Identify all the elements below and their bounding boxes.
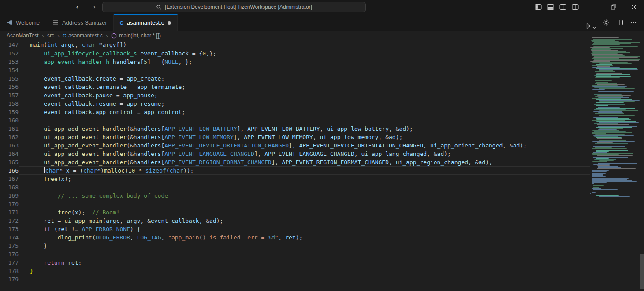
line-number[interactable]: 178 [0,267,19,275]
restore-button[interactable] [603,0,624,14]
code-token [30,50,44,57]
command-center-search[interactable]: [Extension Development Host] TizenWorksp… [102,2,366,12]
customize-layout-icon[interactable] [572,0,579,14]
line-content: event_callback.create = app_create; [19,74,590,83]
line-number[interactable]: 161 [0,125,19,133]
line-number[interactable]: 169 [0,192,19,200]
code-line[interactable]: 170 [0,200,590,208]
code-line[interactable]: 175 } [0,242,590,250]
code-token: = [54,217,64,224]
code-line[interactable]: 164 ui_app_add_event_handler(&handlers[A… [0,150,590,158]
code-line[interactable]: 165 ui_app_add_event_handler(&handlers[A… [0,158,590,166]
code-line[interactable]: 152 ui_app_lifecycle_callback_s event_ca… [0,49,590,58]
line-number[interactable]: 157 [0,91,19,99]
more-actions-icon[interactable] [630,15,637,29]
line-number[interactable]: 162 [0,133,19,141]
breadcrumb-item-file[interactable]: C asanmantest.c [63,33,103,39]
code-line[interactable]: 178} [0,267,590,275]
line-number[interactable]: 175 [0,242,19,250]
code-line[interactable]: 157 event_callback.pause = app_pause; [0,91,590,99]
forward-button[interactable]: → [89,3,98,11]
line-number[interactable]: 176 [0,250,19,258]
line-number[interactable]: 177 [0,258,19,267]
code-line[interactable]: 166 char* x = (char*)malloc(10 * sizeof(… [0,166,590,175]
line-number[interactable]: 168 [0,183,19,192]
minimize-button[interactable] [583,0,603,14]
tab-asanmantest-c[interactable]: C asanmantest.c [114,14,178,31]
code-line[interactable]: 177 return ret; [0,258,590,267]
close-button[interactable] [624,0,644,14]
modified-dot-icon[interactable] [168,21,171,25]
line-number[interactable]: 173 [0,225,19,233]
line-number[interactable]: 171 [0,208,19,217]
code-line[interactable]: 168 [0,183,590,192]
line-number[interactable]: 179 [0,275,19,284]
tab-address-sanitizer[interactable]: Address Sanitizer [46,14,114,31]
code-line[interactable]: 162 ui_app_add_event_handler(&handlers[A… [0,133,590,141]
gear-icon[interactable] [603,15,610,29]
line-number[interactable]: 160 [0,116,19,125]
code-line[interactable]: 163 ui_app_add_event_handler(&handlers[A… [0,141,590,150]
breadcrumb-item-src[interactable]: src [47,33,54,39]
split-editor-icon[interactable] [616,15,623,29]
window-title-text: [Extension Development Host] TizenWorksp… [165,4,312,10]
toggle-secondary-sidebar-icon[interactable] [559,0,566,14]
line-number[interactable]: 158 [0,99,19,108]
line-content: ui_app_add_event_handler(&handlers[APP_E… [19,125,590,133]
code-line[interactable]: 153 app_event_handler_h handlers[5] = {N… [0,58,590,66]
code-line[interactable]: 167 free(x); [0,175,590,183]
tab-welcome[interactable]: Welcome [0,14,46,31]
line-number[interactable]: 166 [0,166,19,175]
line-number[interactable]: 156 [0,83,19,91]
run-or-debug-button[interactable] [585,15,596,29]
code-token: ad [399,125,406,132]
line-number[interactable]: 164 [0,150,19,158]
code-line[interactable]: 161 ui_app_add_event_handler(&handlers[A… [0,125,590,133]
toggle-panel-icon[interactable] [547,0,554,14]
line-content [19,200,590,208]
line-number[interactable]: 170 [0,200,19,208]
code-token: ad [209,217,216,224]
line-number[interactable]: 163 [0,141,19,150]
code-line[interactable]: 159 event_callback.app_control = app_con… [0,108,590,116]
line-number[interactable]: 165 [0,158,19,166]
code-token: ; [161,100,164,107]
code-line[interactable]: 154 [0,66,590,74]
code-line[interactable]: 158 event_callback.resume = app_resume; [0,99,590,108]
line-number[interactable]: 153 [0,58,19,66]
welcome-icon [6,19,12,26]
code-line[interactable]: 160 [0,116,590,125]
back-button[interactable]: ← [74,3,83,11]
code-line[interactable]: 169 // ... some complex body of code [0,192,590,200]
code-token [30,176,44,182]
line-number[interactable]: 167 [0,175,19,183]
minimap-line [597,124,629,125]
minimap[interactable] [590,31,640,291]
code-line[interactable]: 155 event_callback.create = app_create; [0,74,590,83]
line-number[interactable]: 174 [0,233,19,242]
code-line[interactable]: 171 free(x); // Boom! [0,208,590,217]
code-line[interactable]: 174 dlog_print(DLOG_ERROR, LOG_TAG, "app… [0,233,590,242]
sticky-line-number: 147 [0,41,19,49]
line-number[interactable]: 152 [0,49,19,58]
code-token: resume [96,100,116,107]
code-line[interactable]: 179 [0,275,590,284]
vscode-window: ← → [Extension Development Host] TizenWo… [0,0,644,291]
code-line[interactable]: 176 [0,250,590,258]
line-number[interactable]: 172 [0,217,19,225]
minimap-line [590,193,591,194]
code-line[interactable]: 172 ret = ui_app_main(argc, argv, &event… [0,217,590,225]
code-line[interactable]: 156 event_callback.terminate = app_termi… [0,83,590,91]
breadcrumb-item-project[interactable]: AsanManTest [7,33,39,39]
sticky-scroll-line[interactable]: 147 main(int argc, char *argv[]) [0,41,590,49]
code-token: ); [444,151,451,157]
line-number[interactable]: 154 [0,66,19,74]
code-line[interactable]: 173 if (ret != APP_ERROR_NONE) { [0,225,590,233]
toggle-primary-sidebar-icon[interactable] [535,0,542,14]
line-number[interactable]: 159 [0,108,19,116]
breadcrumb-item-symbol[interactable]: main(int, char * []) [111,33,161,39]
scrollbar-thumb[interactable] [640,254,644,289]
minimap-line [592,176,606,177]
line-number[interactable]: 155 [0,74,19,83]
editor-scrollbar[interactable] [640,31,644,291]
